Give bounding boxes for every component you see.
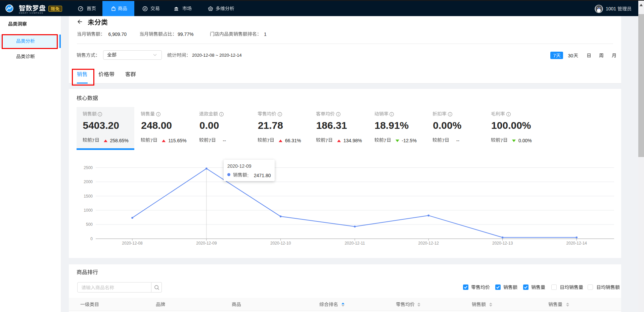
svg-text:0: 0 bbox=[90, 237, 93, 241]
svg-text:2020-12-11: 2020-12-11 bbox=[344, 241, 365, 246]
svg-text:2000: 2000 bbox=[84, 179, 93, 184]
svg-text:1000: 1000 bbox=[84, 208, 93, 213]
svg-text:2020-12-14: 2020-12-14 bbox=[566, 241, 587, 246]
svg-text:2020-12-09: 2020-12-09 bbox=[196, 241, 217, 246]
svg-text:2020-12-13: 2020-12-13 bbox=[492, 241, 513, 246]
svg-text:2020-12-12: 2020-12-12 bbox=[418, 241, 439, 246]
svg-text:2500: 2500 bbox=[84, 165, 93, 170]
svg-text:1500: 1500 bbox=[84, 194, 93, 199]
svg-text:2020-12-10: 2020-12-10 bbox=[270, 241, 291, 246]
svg-text:500: 500 bbox=[86, 222, 93, 227]
svg-text:2020-12-08: 2020-12-08 bbox=[122, 241, 143, 246]
